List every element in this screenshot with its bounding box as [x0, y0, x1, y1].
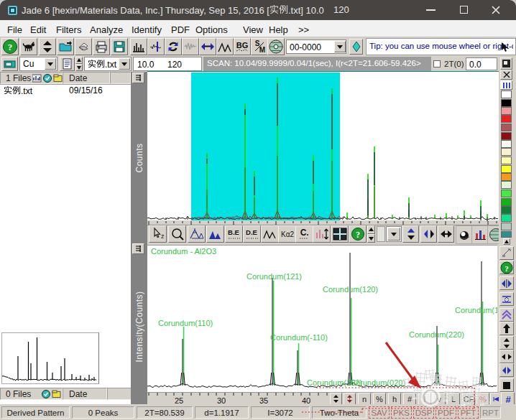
svg-text:Corundum(120): Corundum(120) — [323, 285, 378, 294]
svg-text:Corundum(121): Corundum(121) — [247, 272, 302, 281]
svg-text:Kα2: Kα2 — [280, 230, 293, 238]
svg-text:Corundum(110): Corundum(110) — [158, 319, 213, 327]
svg-text:Corundum(020): Corundum(020) — [350, 378, 405, 387]
svg-text:Corundum(12: Corundum(12 — [455, 306, 497, 314]
svg-text:M: M — [259, 46, 265, 54]
svg-text:z: z — [161, 233, 165, 240]
svg-text:D.E: D.E — [246, 228, 257, 236]
svg-text:?: ? — [8, 42, 13, 52]
svg-text:BG: BG — [236, 41, 249, 50]
svg-text:Corundum - Al2O3: Corundum - Al2O3 — [151, 247, 216, 256]
svg-text:?: ? — [356, 230, 360, 240]
svg-text:?: ? — [505, 263, 509, 272]
svg-text:B.E: B.E — [228, 228, 239, 236]
svg-text:Corundum(220): Corundum(220) — [409, 330, 464, 339]
svg-text:#: # — [505, 394, 511, 405]
svg-text:Corundum(-110): Corundum(-110) — [270, 333, 328, 342]
svg-text:C: C — [300, 228, 306, 238]
